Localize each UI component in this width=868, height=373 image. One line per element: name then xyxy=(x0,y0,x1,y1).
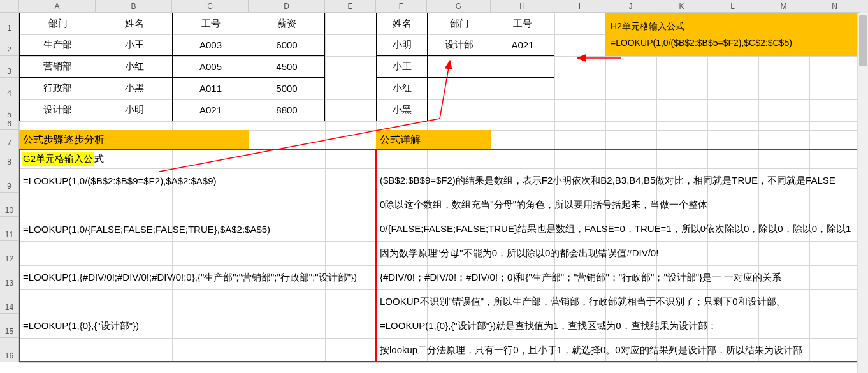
explain-r14: LOOKUP不识别"错误值"，所以生产部，营销部，行政部就相当于不识别了；只剩下… xyxy=(376,289,860,314)
row-header-9[interactable]: 9 xyxy=(0,168,19,193)
select-all-corner[interactable] xyxy=(0,0,19,13)
row-header-11[interactable]: 11 xyxy=(0,217,19,241)
row-header-14[interactable]: 14 xyxy=(0,289,19,314)
col-header-B[interactable]: B xyxy=(96,0,172,13)
col-header-D[interactable]: D xyxy=(249,0,325,13)
table1-r0-c0: 生产部 xyxy=(19,34,96,56)
row-header-6[interactable]: 6 xyxy=(0,121,19,130)
explain-r12: 因为数学原理"分母"不能为0，所以除以0的都会出现错误值#DIV/0! xyxy=(376,241,860,265)
col-header-H[interactable]: H xyxy=(491,0,554,13)
table2-r1-c2 xyxy=(491,56,554,78)
table1-r2-c0: 行政部 xyxy=(19,78,96,99)
formula-step-3: =LOOKUP(1,{#DIV/0!;#DIV/0!;#DIV/0!;0},{"… xyxy=(19,265,376,289)
explain-r13: {#DIV/0!；#DIV/0!；#DIV/0!；0}和{"生产部"；"营销部"… xyxy=(376,265,860,289)
table2-r0-c0: 小明 xyxy=(376,34,427,56)
note-line1: H2单元格输入公式 xyxy=(611,21,684,33)
col-header-G[interactable]: G xyxy=(427,0,491,13)
explain-r11: 0/{FALSE;FALSE;FALSE;TRUE}结果也是数组，FALSE=0… xyxy=(376,217,860,241)
explain-r15: =LOOKUP(1,{0},{"设计部"})就是查找值为1，查找区域为0，查找结… xyxy=(376,314,860,338)
row-header-12[interactable]: 12 xyxy=(0,241,19,265)
row-header-13[interactable]: 13 xyxy=(0,265,19,289)
row-header-5[interactable]: 5 xyxy=(0,99,19,121)
explain-r10: 0除以这个数组，数组充当"分母"的角色，所以要用括号括起来，当做一个整体 xyxy=(376,193,860,217)
row-header-8[interactable]: 8 xyxy=(0,149,19,168)
col-header-A[interactable]: A xyxy=(19,0,96,13)
table1-r3-c0: 设计部 xyxy=(19,99,96,121)
g2-label-cell: G2单元格输入公式 xyxy=(19,149,172,168)
table1-header-1: 姓名 xyxy=(96,13,172,34)
table2-r0-c1: 设计部 xyxy=(427,34,491,56)
note-box: H2单元格输入公式=LOOKUP(1,0/($B$2:$B$5=$F2),$C$… xyxy=(605,13,860,56)
table2-r0-c2: A021 xyxy=(491,34,554,56)
table1-r1-c1: 小红 xyxy=(96,56,172,78)
table1-header-3: 薪资 xyxy=(249,13,325,34)
table1-r0-c3: 6000 xyxy=(249,34,325,56)
table2-r2-c0: 小红 xyxy=(376,78,427,99)
table2-r2-c1 xyxy=(427,78,491,99)
explain-r9: ($B$2:$B$9=$F2)的结果是数组，表示F2小明依次和B2,B3,B4,… xyxy=(376,168,860,193)
row-header-10[interactable]: 10 xyxy=(0,193,19,217)
table2-header-1: 部门 xyxy=(427,13,491,34)
col-header-E[interactable]: E xyxy=(325,0,376,13)
row-header-16[interactable]: 16 xyxy=(0,338,19,362)
table1-r0-c2: A003 xyxy=(172,34,249,56)
row-header-3[interactable]: 3 xyxy=(0,56,19,78)
table1-r3-c3: 8800 xyxy=(249,99,325,121)
row-header-2[interactable]: 2 xyxy=(0,34,19,56)
table2-r1-c0: 小王 xyxy=(376,56,427,78)
table1-r0-c1: 小王 xyxy=(96,34,172,56)
section-header-right: 公式详解 xyxy=(376,130,491,149)
col-header-C[interactable]: C xyxy=(172,0,249,13)
row-header-15[interactable]: 15 xyxy=(0,314,19,338)
col-header-J[interactable]: J xyxy=(605,0,656,13)
col-header-M[interactable]: M xyxy=(758,0,809,13)
table2-r2-c2 xyxy=(491,78,554,99)
formula-step-2: =LOOKUP(1,0/{FALSE;FALSE;FALSE;TRUE},$A$… xyxy=(19,217,376,241)
table1-r2-c2: A011 xyxy=(172,78,249,99)
table1-header-0: 部门 xyxy=(19,13,96,34)
table1-r3-c2: A021 xyxy=(172,99,249,121)
table1-r3-c1: 小明 xyxy=(96,99,172,121)
table1-r2-c3: 5000 xyxy=(249,78,325,99)
table1-r1-c0: 营销部 xyxy=(19,56,96,78)
col-header-N[interactable]: N xyxy=(809,0,860,13)
note-line2: =LOOKUP(1,0/($B$2:$B$5=$F2),$C$2:$C$5) xyxy=(611,38,792,48)
table2-r3-c1 xyxy=(427,99,491,121)
table2-r3-c0: 小黑 xyxy=(376,99,427,121)
table2-header-2: 工号 xyxy=(491,13,554,34)
row-header-7[interactable]: 7 xyxy=(0,130,19,149)
explain-r16: 按lookup二分法原理，只有一行0，且小于1，就选择0。0对应的结果列是设计部… xyxy=(376,338,860,362)
table1-r1-c2: A005 xyxy=(172,56,249,78)
formula-step-4: =LOOKUP(1,{0},{"设计部"}) xyxy=(19,314,376,338)
row-header-4[interactable]: 4 xyxy=(0,78,19,99)
spreadsheet[interactable]: ABCDEFGHIJKLMN 12345678910111213141516 部… xyxy=(0,0,868,373)
row-header-1[interactable]: 1 xyxy=(0,13,19,34)
table2-r3-c2 xyxy=(491,99,554,121)
vertical-scrollbar[interactable] xyxy=(857,13,868,373)
table2-header-0: 姓名 xyxy=(376,13,427,34)
scrollbar-thumb[interactable] xyxy=(859,15,867,66)
table1-r1-c3: 4500 xyxy=(249,56,325,78)
row-headers: 12345678910111213141516 xyxy=(0,13,19,362)
g2-label-rest: 式 xyxy=(94,153,104,165)
cell-grid[interactable]: 部门姓名工号薪资生产部小王A0036000营销部小红A0054500行政部小黑A… xyxy=(19,13,860,373)
col-header-F[interactable]: F xyxy=(376,0,427,13)
section-header-left: 公式步骤逐步分析 xyxy=(19,130,249,149)
formula-step-1: =LOOKUP(1,0/($B$2:$B$9=$F2),$A$2:$A$9) xyxy=(19,168,376,193)
col-header-L[interactable]: L xyxy=(707,0,758,13)
column-headers: ABCDEFGHIJKLMN xyxy=(0,0,868,13)
table1-r2-c1: 小黑 xyxy=(96,78,172,99)
col-header-K[interactable]: K xyxy=(656,0,707,13)
table1-header-2: 工号 xyxy=(172,13,249,34)
col-header-I[interactable]: I xyxy=(554,0,605,13)
table2-r1-c1 xyxy=(427,56,491,78)
g2-label-highlight: G2单元格输入公 xyxy=(22,152,94,166)
